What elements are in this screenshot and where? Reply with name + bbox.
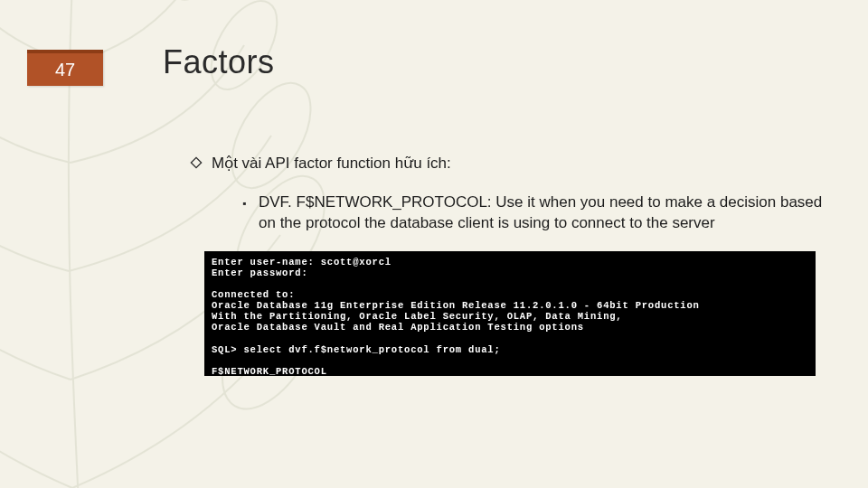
terminal-output: Enter user-name: scott@xorcl Enter passw… bbox=[204, 251, 816, 376]
svg-point-9 bbox=[162, 0, 236, 8]
square-bullet-icon: ▪ bbox=[242, 196, 259, 211]
bullet2-text: DVF. F$NETWORK_PROTOCOL: Use it when you… bbox=[259, 192, 832, 234]
term-line: With the Partitioning, Oracle Label Secu… bbox=[212, 311, 622, 322]
term-line: Enter user-name: scott@xorcl bbox=[212, 257, 392, 267]
page-number-tab: 47 bbox=[27, 50, 103, 86]
term-line: F$NETWORK_PROTOCOL bbox=[212, 366, 327, 376]
slide-title: Factors bbox=[163, 43, 275, 81]
diamond-bullet-icon bbox=[190, 155, 212, 175]
bullet-lvl2: ▪ DVF. F$NETWORK_PROTOCOL: Use it when y… bbox=[242, 192, 832, 234]
slide: 47 Factors Một vài API factor function h… bbox=[0, 0, 868, 488]
term-line: SQL> select dvf.f$network_protocol from … bbox=[212, 344, 501, 355]
page-number: 47 bbox=[55, 60, 75, 80]
slide-body: Một vài API factor function hữu ích: ▪ D… bbox=[190, 154, 832, 239]
svg-rect-10 bbox=[191, 157, 201, 167]
term-line: Connected to: bbox=[212, 289, 295, 300]
bullet1-text: Một vài API factor function hữu ích: bbox=[212, 154, 451, 174]
term-line: Oracle Database 11g Enterprise Edition R… bbox=[212, 300, 700, 311]
term-line: Oracle Database Vault and Real Applicati… bbox=[212, 322, 584, 333]
bullet-lvl1: Một vài API factor function hữu ích: bbox=[190, 154, 832, 174]
term-line: Enter password: bbox=[212, 267, 308, 278]
